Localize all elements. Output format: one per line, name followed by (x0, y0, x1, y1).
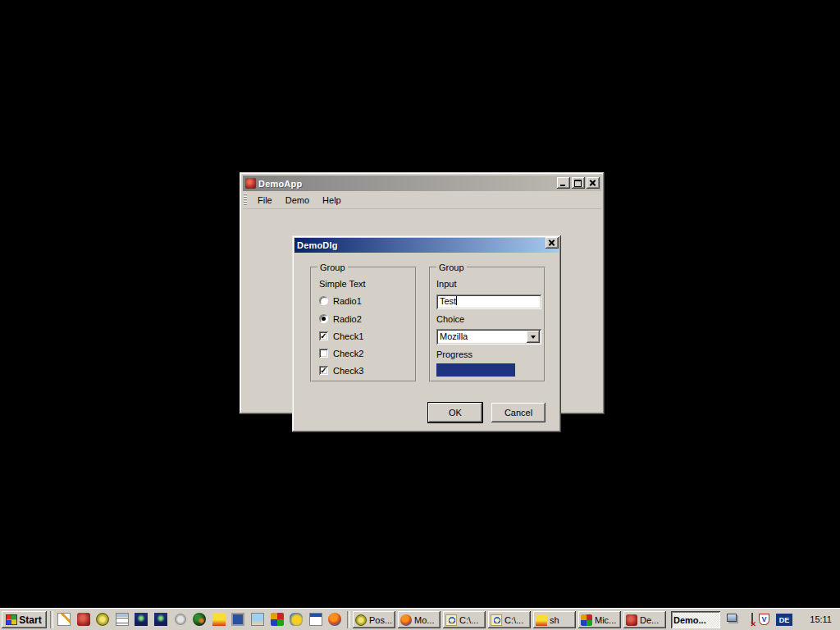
firefox-icon (400, 614, 412, 626)
notes-icon[interactable] (57, 613, 71, 626)
silver-ring-icon[interactable] (174, 613, 187, 626)
radio2-option[interactable]: Radio2 (319, 313, 362, 324)
progress-label: Progress (436, 349, 472, 359)
fish-icon[interactable] (290, 613, 303, 626)
menu-demo[interactable]: Demo (279, 194, 316, 207)
terminal-icon[interactable] (231, 613, 244, 626)
progress-bar-fill (436, 363, 515, 377)
demoapp-titlebar[interactable]: DemoApp (243, 176, 601, 191)
taskbar-separator (50, 611, 53, 628)
check3-checkbox-icon[interactable]: ✓ (319, 366, 328, 375)
simple-text-label: Simple Text (319, 279, 366, 289)
right-group-label: Group (436, 262, 467, 273)
menu-file[interactable]: File (251, 194, 279, 207)
check1-checkbox-icon[interactable]: ✓ (319, 331, 328, 340)
taskbar-button-search2[interactable]: C:\... (488, 611, 531, 628)
taskbar-button-mozilla[interactable]: Mo... (398, 611, 441, 628)
taskbar-button-sh[interactable]: sh (533, 611, 576, 628)
mozilla-dragon-icon[interactable] (77, 613, 90, 626)
chevron-down-icon (531, 336, 536, 341)
network-icon[interactable] (727, 614, 737, 622)
check3-label: Check3 (333, 366, 363, 376)
menubar: File Demo Help (243, 191, 601, 209)
spreadsheet-icon[interactable] (309, 613, 322, 626)
remote-desktop-icon-2[interactable] (154, 613, 167, 626)
taskbar: Start Pos... Mo... C:\... (0, 608, 840, 630)
check1-option[interactable]: ✓ Check1 (319, 331, 363, 341)
demoapp-title: DemoApp (258, 179, 302, 189)
minimize-button[interactable] (557, 177, 570, 189)
cancel-button[interactable]: Cancel (491, 403, 546, 422)
radio1-option[interactable]: Radio1 (319, 295, 362, 306)
scheduler-clock-icon[interactable] (96, 613, 109, 626)
combobox-dropdown-button[interactable] (527, 331, 540, 343)
taskbar-button-demo-active[interactable]: Demo... (671, 611, 720, 628)
demoapp-dragon-icon (245, 178, 256, 189)
person-icon (536, 614, 547, 626)
radio1-radio-icon[interactable] (319, 296, 328, 305)
progress-bar (436, 363, 515, 377)
demodlg-dialog: DemoDlg Group Simple Text Radio1 Radio2 … (292, 235, 561, 432)
left-group-label: Group (317, 262, 348, 273)
menu-help[interactable]: Help (316, 194, 348, 207)
antivirus-shield-icon[interactable] (759, 614, 769, 625)
left-group-box: Group Simple Text Radio1 Radio2 ✓ Check1… (310, 267, 417, 382)
choice-label: Choice (436, 314, 464, 324)
close-button[interactable] (587, 177, 600, 189)
minimize-icon (560, 185, 565, 186)
pinwheel-icon[interactable] (271, 613, 284, 626)
tray-clock[interactable]: 15:11 (810, 614, 832, 624)
menubar-grip[interactable] (244, 194, 247, 206)
network-disconnected-icon[interactable] (751, 613, 753, 624)
input-value: Test (440, 296, 456, 306)
choice-value: Mozilla (440, 331, 468, 341)
right-group-box: Group Input Test Choice Mozilla Progress (429, 267, 546, 382)
choice-combobox[interactable]: Mozilla (436, 329, 541, 345)
search-folder-icon (445, 614, 457, 626)
windows-flag-icon (7, 615, 16, 624)
dragon-icon (626, 614, 637, 626)
search-folder-icon (491, 614, 502, 626)
person-icon[interactable] (212, 613, 226, 626)
start-label: Start (19, 614, 41, 626)
taskbar-separator (347, 611, 350, 628)
taskbar-button-mic[interactable]: Mic... (578, 611, 621, 628)
demodlg-titlebar[interactable]: DemoDlg (294, 238, 559, 253)
ok-button[interactable]: OK (428, 403, 482, 422)
start-button[interactable]: Start (2, 611, 47, 628)
taskbar-button-de[interactable]: De... (623, 611, 666, 628)
firefox-icon[interactable] (328, 613, 341, 626)
check1-label: Check1 (333, 331, 363, 341)
dialog-close-button[interactable] (546, 237, 559, 249)
taskbar-button-search1[interactable]: C:\... (443, 611, 486, 628)
check2-checkbox-icon[interactable] (319, 349, 328, 358)
taskbar-button-pos[interactable]: Pos... (353, 611, 395, 628)
task-window-icon[interactable] (116, 613, 129, 626)
colored-diamond-icon (581, 614, 592, 626)
desktop: DemoApp File Demo Help DemoDlg Group Sim… (0, 0, 840, 630)
clock-icon (355, 614, 367, 626)
check2-option[interactable]: Check2 (319, 348, 363, 358)
keyboard-language-badge[interactable]: DE (776, 614, 792, 626)
demodlg-title: DemoDlg (297, 240, 338, 250)
radio1-label: Radio1 (333, 296, 362, 306)
dark-globe-icon[interactable] (193, 613, 206, 626)
radio2-radio-icon[interactable] (319, 314, 328, 323)
maximize-icon (574, 180, 582, 187)
input-label: Input (436, 279, 456, 289)
input-field[interactable]: Test (436, 294, 541, 309)
remote-desktop-icon[interactable] (135, 613, 148, 626)
image-viewer-icon[interactable] (251, 613, 264, 626)
radio2-label: Radio2 (333, 314, 362, 324)
check3-option[interactable]: ✓ Check3 (319, 365, 363, 376)
text-caret (456, 296, 457, 305)
check2-label: Check2 (333, 349, 363, 358)
maximize-button[interactable] (572, 177, 585, 189)
